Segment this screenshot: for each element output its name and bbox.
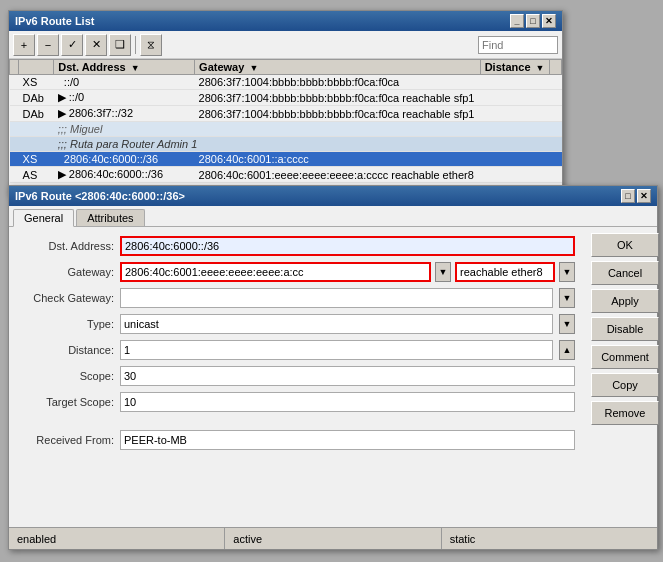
sort-arrow-dist: ▼ xyxy=(536,63,545,73)
row-check xyxy=(10,152,19,167)
row-dst: ::/0 xyxy=(54,75,195,90)
cross-button[interactable]: ✕ xyxy=(85,34,107,56)
type-input[interactable] xyxy=(120,314,553,334)
row-dist xyxy=(480,90,549,106)
table-row[interactable]: XS ::/0 2806:3f7:1004:bbbb:bbbb:bbbb:f0c… xyxy=(10,75,562,90)
add-button[interactable]: + xyxy=(13,34,35,56)
type-label: Type: xyxy=(19,318,114,330)
row-dst: 2806:40c:6000::/36 xyxy=(54,152,195,167)
distance-input[interactable] xyxy=(120,340,553,360)
tab-attributes[interactable]: Attributes xyxy=(76,209,144,226)
gateway-input[interactable] xyxy=(120,262,431,282)
row-dst: ▶ ::/0 xyxy=(54,90,195,106)
scope-input[interactable] xyxy=(120,366,575,386)
close-button[interactable]: ✕ xyxy=(542,14,556,28)
apply-button[interactable]: Apply xyxy=(591,289,659,313)
row-check xyxy=(10,167,19,183)
col-gateway[interactable]: Gateway ▼ xyxy=(195,60,481,75)
target-scope-label: Target Scope: xyxy=(19,396,114,408)
row-flag: DAb xyxy=(19,106,54,122)
target-scope-row: Target Scope: xyxy=(19,391,575,413)
disable-button[interactable]: Disable xyxy=(591,317,659,341)
col-scroll xyxy=(549,60,561,75)
received-from-label: Received From: xyxy=(19,434,114,446)
check-gateway-label: Check Gateway: xyxy=(19,292,114,304)
route-detail-title-bar: IPv6 Route <2806:40c:6000::/36> □ ✕ xyxy=(9,186,657,206)
col-dst-address[interactable]: Dst. Address ▼ xyxy=(54,60,195,75)
sort-arrow-gw: ▼ xyxy=(249,63,258,73)
status-enabled: enabled xyxy=(9,528,225,549)
comment-button[interactable]: Comment xyxy=(591,345,659,369)
tab-general[interactable]: General xyxy=(13,209,74,227)
distance-label: Distance: xyxy=(19,344,114,356)
cancel-button[interactable]: Cancel xyxy=(591,261,659,285)
dst-address-label: Dst. Address: xyxy=(19,240,114,252)
received-from-row: Received From: xyxy=(19,429,575,451)
arrow-icon: ▶ xyxy=(58,168,66,180)
route-list-title: IPv6 Route List xyxy=(15,15,94,27)
route-table: Dst. Address ▼ Gateway ▼ Distance ▼ xyxy=(9,59,562,183)
check-gateway-dropdown-button[interactable]: ▼ xyxy=(559,288,575,308)
route-list-window: IPv6 Route List _ □ ✕ + − ✓ ✕ ❑ ⧖ Dst. A… xyxy=(8,10,563,195)
row-dst: ▶ 2806:3f7::/32 xyxy=(54,106,195,122)
remove-button[interactable]: Remove xyxy=(591,401,659,425)
dst-address-input[interactable] xyxy=(120,236,575,256)
table-row-selected[interactable]: XS 2806:40c:6000::/36 2806:40c:6001::a:c… xyxy=(10,152,562,167)
gateway-label: Gateway: xyxy=(19,266,114,278)
col-distance[interactable]: Distance ▼ xyxy=(480,60,549,75)
copy-button[interactable]: Copy xyxy=(591,373,659,397)
row-scroll xyxy=(549,75,561,90)
detail-body: Dst. Address: Gateway: ▼ ▼ Check Gateway… xyxy=(9,227,657,538)
col-type[interactable] xyxy=(19,60,54,75)
type-row: Type: ▼ xyxy=(19,313,575,335)
arrow-icon: ▶ xyxy=(58,107,66,119)
copy-tool-button[interactable]: ❑ xyxy=(109,34,131,56)
gateway-group: ▼ ▼ xyxy=(120,262,575,282)
row-dist xyxy=(480,75,549,90)
gateway-dropdown-button[interactable]: ▼ xyxy=(435,262,451,282)
maximize-button[interactable]: □ xyxy=(526,14,540,28)
distance-dropdown-button[interactable]: ▲ xyxy=(559,340,575,360)
toolbar-separator xyxy=(135,36,136,54)
table-row-header: ;;; Ruta para Router Admin 1 xyxy=(10,137,562,152)
row-header-label: ;;; Ruta para Router Admin 1 xyxy=(54,137,550,152)
table-row-group: ;;; Miguel xyxy=(10,122,562,137)
row-gw: 2806:3f7:1004:bbbb:bbbb:bbbb:f0ca:f0ca xyxy=(195,75,481,90)
row-gw: 2806:40c:6001::a:cccc xyxy=(195,152,481,167)
table-row[interactable]: DAb ▶ ::/0 2806:3f7:1004:bbbb:bbbb:bbbb:… xyxy=(10,90,562,106)
find-input[interactable] xyxy=(478,36,558,54)
detail-title-buttons: □ ✕ xyxy=(621,189,651,203)
row-dist xyxy=(480,106,549,122)
ok-button[interactable]: OK xyxy=(591,233,659,257)
row-check xyxy=(10,106,19,122)
form-area: Dst. Address: Gateway: ▼ ▼ Check Gateway… xyxy=(9,227,585,538)
gateway-right-input[interactable] xyxy=(455,262,555,282)
right-buttons: OK Cancel Apply Disable Comment Copy Rem… xyxy=(585,227,657,538)
check-gateway-input[interactable] xyxy=(120,288,553,308)
row-group-label: ;;; Miguel xyxy=(54,122,550,137)
filter-button[interactable]: ⧖ xyxy=(140,34,162,56)
remove-button[interactable]: − xyxy=(37,34,59,56)
row-gw: 2806:40c:6001:eeee:eeee:eeee:a:cccc reac… xyxy=(195,167,481,183)
arrow-icon: ▶ xyxy=(58,91,66,103)
row-flag: AS xyxy=(19,167,54,183)
detail-minimize-button[interactable]: □ xyxy=(621,189,635,203)
check-button[interactable]: ✓ xyxy=(61,34,83,56)
distance-row: Distance: ▲ xyxy=(19,339,575,361)
dst-address-row: Dst. Address: xyxy=(19,235,575,257)
check-gateway-row: Check Gateway: ▼ xyxy=(19,287,575,309)
table-row[interactable]: DAb ▶ 2806:3f7::/32 2806:3f7:1004:bbbb:b… xyxy=(10,106,562,122)
detail-close-button[interactable]: ✕ xyxy=(637,189,651,203)
gateway-right-dropdown-button[interactable]: ▼ xyxy=(559,262,575,282)
row-dist xyxy=(480,152,549,167)
type-dropdown-button[interactable]: ▼ xyxy=(559,314,575,334)
target-scope-input[interactable] xyxy=(120,392,575,412)
row-flag: XS xyxy=(19,152,54,167)
toolbar: + − ✓ ✕ ❑ ⧖ xyxy=(9,31,562,59)
row-dst: ▶ 2806:40c:6000::/36 xyxy=(54,167,195,183)
row-dist xyxy=(480,167,549,183)
route-list-title-bar: IPv6 Route List _ □ ✕ xyxy=(9,11,562,31)
received-from-input[interactable] xyxy=(120,430,575,450)
table-row[interactable]: AS ▶ 2806:40c:6000::/36 2806:40c:6001:ee… xyxy=(10,167,562,183)
minimize-button[interactable]: _ xyxy=(510,14,524,28)
